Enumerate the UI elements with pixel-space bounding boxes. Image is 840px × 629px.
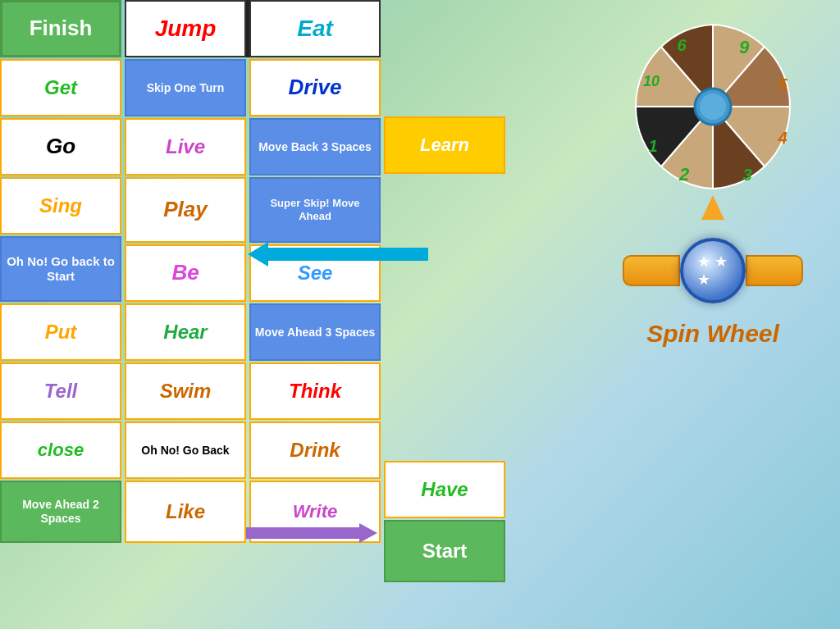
spin-wheel-label: Spin Wheel [646,320,779,348]
arrow-shaft [268,248,428,261]
spin-button-group: ★ ★★ [623,238,803,303]
learn-cell[interactable]: Learn [384,116,505,174]
close-cell[interactable]: close [0,422,121,479]
sing-label: Sing [39,194,82,218]
wheel-container: 9 5 4 3 2 1 10 6 [623,16,803,197]
play-arrow [248,242,428,267]
svg-point-9 [700,93,726,120]
superskip-label: Super Skip! Move Ahead [254,197,376,222]
drink-cell[interactable]: Drink [249,422,381,479]
think-cell[interactable]: Think [249,362,381,420]
wheel-arrow-up [701,195,724,220]
hear-label: Hear [163,321,207,344]
sing-cell[interactable]: Sing [0,177,121,235]
skipone-cell[interactable]: Skip One Turn [125,59,246,116]
svg-text:1: 1 [648,137,657,155]
svg-text:3: 3 [742,166,751,184]
have-cell[interactable]: Have [384,461,505,518]
drive-cell[interactable]: Drive [249,59,381,116]
jump-label: Jump [155,15,217,43]
moveahead3-label: Move Ahead 3 Spaces [255,326,376,340]
moveahead2-cell[interactable]: Move Ahead 2 Spaces [0,481,121,543]
mid-column: Jump Skip One Turn Live Play Be Hear Swi… [125,0,246,543]
moveback3-cell[interactable]: Move Back 3 Spaces [249,118,381,175]
far-right-column: Learn Have Start [384,0,505,582]
start-cell[interactable]: Start [384,520,505,582]
svg-text:5: 5 [778,75,788,93]
put-label: Put [45,321,77,344]
drink-label: Drink [290,439,340,463]
jump-cell[interactable]: Jump [125,0,246,57]
close-label: close [38,440,84,461]
svg-text:4: 4 [777,129,787,147]
eat-label: Eat [297,15,333,43]
like-label: Like [166,500,205,524]
moveahead3-cell[interactable]: Move Ahead 3 Spaces [249,303,381,361]
superskip-cell[interactable]: Super Skip! Move Ahead [249,177,381,243]
svg-text:6: 6 [677,36,687,54]
hear-cell[interactable]: Hear [125,303,246,361]
put-cell[interactable]: Put [0,303,121,361]
get-label: Get [44,76,77,100]
be-label: Be [171,260,199,285]
like-cell[interactable]: Like [125,481,246,543]
go-label: Go [46,134,75,159]
moveahead2-label: Move Ahead 2 Spaces [5,498,116,526]
spin-label-text: Spin Wheel [646,320,779,347]
swim-cell[interactable]: Swim [125,362,246,420]
be-cell[interactable]: Be [125,244,246,302]
start-label: Start [422,540,468,563]
go-cell[interactable]: Go [0,118,121,175]
finish-cell[interactable]: Finish [0,0,121,57]
ohno-label: Oh No! Go back to Start [5,254,116,284]
arrow-left-head [248,242,268,267]
moveback3-label: Move Back 3 Spaces [258,140,372,154]
drink-arrow-shaft [246,527,359,539]
star-icon: ★ ★★ [697,253,728,289]
finish-label: Finish [30,16,93,41]
drive-label: Drive [288,75,341,100]
write-label: Write [293,501,338,522]
get-cell[interactable]: Get [0,59,121,116]
live-cell[interactable]: Live [125,118,246,175]
play-cell[interactable]: Play [125,177,246,243]
live-label: Live [166,135,205,159]
spin-center-button[interactable]: ★ ★★ [680,238,746,303]
skipone-label: Skip One Turn [147,81,225,95]
ohno-cell[interactable]: Oh No! Go back to Start [0,236,121,302]
right-inner-column: Eat Drive Move Back 3 Spaces Super Skip!… [249,0,381,543]
have-label: Have [421,478,468,502]
spin-area: 9 5 4 3 2 1 10 6 [594,16,832,348]
think-label: Think [289,380,341,403]
tell-label: Tell [44,380,77,403]
swim-label: Swim [160,380,212,403]
wheel-svg[interactable]: 9 5 4 3 2 1 10 6 [623,16,803,197]
svg-text:9: 9 [739,37,750,57]
spin-bar-left [623,255,680,286]
ohno2-label: Oh No! Go Back [141,444,229,458]
svg-text:2: 2 [678,164,690,185]
left-column: Finish Get Go Sing Oh No! Go back to Sta… [0,0,121,543]
spin-bar-right [746,255,803,286]
drink-arrow [246,523,377,543]
eat-cell[interactable]: Eat [249,0,381,57]
ohno2-cell[interactable]: Oh No! Go Back [125,422,246,479]
svg-text:10: 10 [643,73,660,89]
tell-cell[interactable]: Tell [0,362,121,420]
learn-label: Learn [420,134,469,156]
drink-arrow-head [359,523,377,543]
play-label: Play [163,197,208,222]
